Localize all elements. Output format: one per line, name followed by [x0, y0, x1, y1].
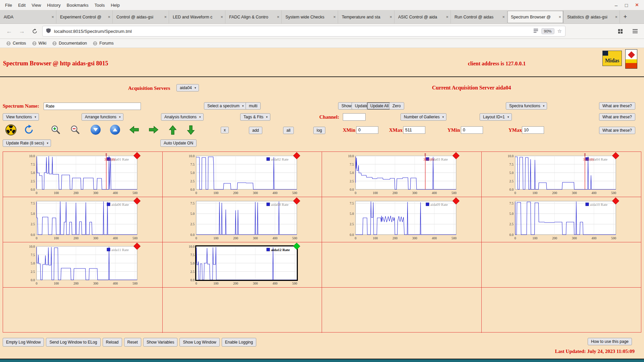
tags-fits-dropdown[interactable]: Tags & Fits▾ [240, 113, 270, 121]
close-button[interactable]: × [635, 2, 639, 8]
move-down-icon[interactable] [186, 125, 196, 137]
spectrum-cell[interactable]: 01002003004005000.02.55.07.510.0aida04 R… [482, 152, 641, 197]
xmin-input[interactable] [356, 126, 378, 134]
what-are-these-button[interactable]: What are these? [599, 127, 635, 134]
bookmark-item[interactable]: Documentation [49, 40, 90, 46]
footer-button[interactable]: Empty Log Window [3, 338, 44, 347]
arrange-functions-dropdown[interactable]: Arrange functions▾ [82, 113, 123, 121]
new-tab-button[interactable]: + [620, 10, 631, 23]
browser-tab[interactable]: LED and Waveform c × [169, 10, 225, 23]
menu-item[interactable]: Tools [92, 3, 108, 8]
reader-view-icon[interactable] [533, 28, 538, 35]
footer-button[interactable]: Enable Logging [222, 338, 256, 347]
download-spectrum-icon[interactable] [91, 125, 101, 135]
select-spectrum-dropdown[interactable]: Select a spectrum▾ [204, 102, 247, 110]
extensions-icon[interactable] [615, 26, 625, 36]
url-input[interactable]: localhost:8015/Spectrum/Spectrum.tml [54, 29, 530, 34]
menu-item[interactable]: File [2, 3, 15, 8]
log-button[interactable]: log [313, 127, 325, 134]
tab-close-icon[interactable]: × [220, 14, 223, 19]
galleries-dropdown[interactable]: Number of Galleries▾ [400, 113, 446, 121]
spectrum-cell[interactable]: 01002003004005000.02.55.07.5aida06 Rate [3, 197, 163, 242]
bookmark-item[interactable]: Centos [3, 40, 29, 46]
bookmark-item[interactable]: Forums [90, 40, 116, 46]
shield-icon[interactable] [46, 28, 51, 35]
menu-item[interactable]: Edit [15, 3, 29, 8]
browser-tab[interactable]: Control @ aidas-gsi × [113, 10, 169, 23]
spectrum-chart[interactable]: 01002003004005000.02.55.07.5aida08 Rate [173, 198, 308, 242]
multi-button[interactable]: multi [246, 102, 261, 110]
browser-tab[interactable]: Spectrum Browser @ × [507, 10, 564, 23]
tab-close-icon[interactable]: × [558, 14, 561, 19]
how-to-use-button[interactable]: How to use this page [588, 338, 632, 345]
spectrum-cell[interactable] [482, 288, 641, 333]
menu-item[interactable]: Bookmarks [64, 3, 92, 8]
tab-close-icon[interactable]: × [277, 14, 279, 19]
spectrum-cell[interactable]: 01002003004005000.02.55.07.510.0aida02 R… [163, 152, 322, 197]
zoom-in-icon[interactable] [50, 124, 61, 136]
browser-tab[interactable]: FADC Align & Contro × [225, 10, 282, 23]
spectrum-chart[interactable]: 01002003004005000.02.55.07.510.0aida04 R… [492, 153, 627, 197]
all-button[interactable]: all [283, 127, 294, 134]
browser-tab[interactable]: Experiment Control @ × [56, 10, 113, 23]
browser-tab[interactable]: System wide Checks × [282, 10, 338, 23]
spectrum-cell[interactable] [322, 288, 482, 333]
browser-tab[interactable]: Statistics @ aidas-gsi × [564, 10, 620, 23]
minimize-button[interactable]: – [615, 2, 618, 8]
x-scale-button[interactable]: x [221, 127, 229, 133]
refresh-icon[interactable] [23, 124, 34, 136]
spectrum-cell[interactable]: 01002003004005000.02.55.07.510.0aida01 R… [3, 152, 163, 197]
back-icon[interactable]: ← [4, 26, 14, 36]
tab-close-icon[interactable]: × [502, 14, 505, 19]
spectrum-cell[interactable] [163, 288, 322, 333]
spectrum-cell[interactable] [322, 242, 482, 288]
spectrum-chart[interactable]: 01002003004005000.02.55.07.510.0aida03 R… [332, 153, 467, 197]
move-left-icon[interactable] [129, 125, 140, 136]
hamburger-menu-icon[interactable] [630, 26, 640, 36]
spectrum-cell[interactable]: 01002003004005000.02.55.07.510.0aida03 R… [322, 152, 482, 197]
what-are-these-button[interactable]: What are these? [599, 102, 635, 110]
menu-item[interactable]: History [44, 3, 63, 8]
maximize-button[interactable]: □ [625, 2, 628, 8]
auto-update-button[interactable]: Auto Update ON [160, 139, 197, 147]
tab-close-icon[interactable]: × [446, 14, 448, 19]
update-all-button[interactable]: Update All [367, 102, 392, 110]
forward-icon[interactable]: → [17, 26, 27, 36]
spectrum-chart[interactable]: 01002003004005000.02.55.07.5aida06 Rate [13, 198, 148, 242]
upload-spectrum-icon[interactable] [110, 125, 120, 135]
spectrum-chart[interactable]: 01002003004005000.02.55.07.510.0aida02 R… [173, 153, 308, 197]
acquisition-server-select[interactable]: aida04▾ [176, 84, 199, 92]
ymin-input[interactable] [461, 126, 483, 134]
ymax-input[interactable] [522, 126, 544, 134]
footer-button[interactable]: Reset [124, 338, 141, 347]
spectrum-cell[interactable]: 01002003004005000.02.55.07.5aida10 Rate [482, 197, 641, 242]
browser-tab[interactable]: Temperature and sta × [338, 10, 394, 23]
move-right-icon[interactable] [148, 125, 159, 136]
footer-button[interactable]: Reload [103, 338, 122, 347]
browser-tab[interactable]: AIDA × [0, 10, 56, 23]
move-up-icon[interactable] [168, 125, 178, 137]
zero-button[interactable]: Zero [389, 102, 404, 110]
footer-button[interactable]: Show Log Window [179, 338, 219, 347]
what-are-these-button[interactable]: What are these? [599, 113, 635, 121]
reload-icon[interactable] [30, 26, 40, 36]
spectrum-chart[interactable]: 01002003004005000.02.55.07.5aida09 Rate [332, 198, 467, 242]
zoom-level-badge[interactable]: 90% [541, 28, 554, 34]
spectrum-chart[interactable]: 01002003004005000.02.55.07.5aida10 Rate [492, 198, 627, 242]
spectra-functions-dropdown[interactable]: Spectra functions▾ [506, 102, 547, 110]
xmax-input[interactable] [403, 126, 425, 134]
browser-tab[interactable]: ASIC Control @ aida × [394, 10, 451, 23]
url-bar[interactable]: localhost:8015/Spectrum/Spectrum.tml 90%… [42, 26, 566, 37]
spectrum-chart[interactable]: 01002003004005000.02.55.07.510.0aida12 R… [173, 244, 308, 287]
spectrum-cell[interactable]: 01002003004005000.02.55.07.5aida09 Rate [322, 197, 482, 242]
menu-item[interactable]: View [29, 3, 44, 8]
spectrum-cell[interactable]: 01002003004005000.02.55.07.5aida08 Rate [163, 197, 322, 242]
tab-close-icon[interactable]: × [333, 14, 336, 19]
spectrum-chart[interactable]: 01002003004005000.02.55.07.510.0aida11 R… [13, 244, 148, 287]
spectrum-cell[interactable]: 01002003004005000.02.55.07.510.0aida12 R… [163, 242, 322, 288]
browser-tab[interactable]: Run Control @ aidas × [451, 10, 507, 23]
tab-close-icon[interactable]: × [389, 14, 392, 19]
spectrum-cell[interactable] [482, 242, 641, 288]
spectrum-cell[interactable]: 01002003004005000.02.55.07.510.0aida11 R… [3, 242, 163, 288]
layout-id-dropdown[interactable]: Layout ID=1▾ [480, 113, 512, 121]
